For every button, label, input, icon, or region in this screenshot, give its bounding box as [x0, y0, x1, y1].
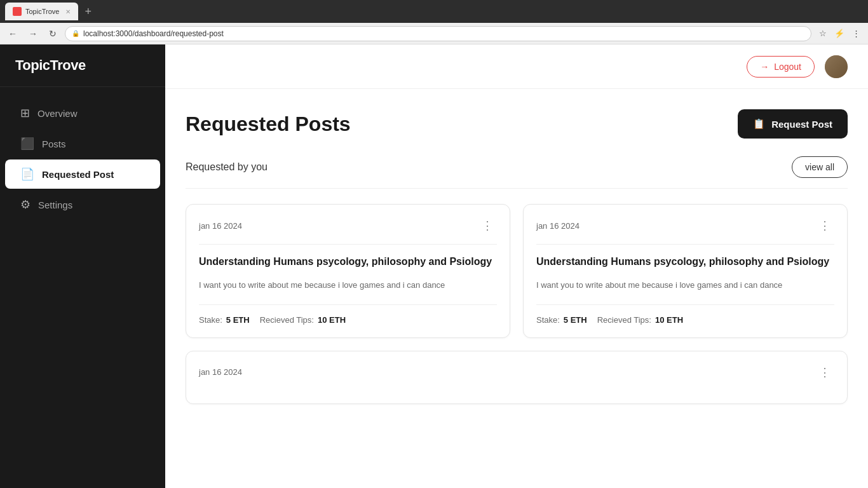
- post-card-partial: jan 16 2024 ⋮: [186, 351, 848, 404]
- browser-chrome: TopicTrove ✕ + ← → ↻ 🔒 localhost:3000/da…: [0, 0, 868, 44]
- card-title-1: Understanding Humans psycology, philosop…: [199, 255, 497, 269]
- extensions-button[interactable]: ⚡: [832, 27, 847, 39]
- requested-post-icon: 📄: [20, 167, 34, 181]
- card-stake-1: Stake: 5 ETH: [199, 315, 250, 325]
- card-divider-1: [199, 244, 497, 245]
- stake-label-1: Stake:: [199, 315, 222, 325]
- post-card-1: jan 16 2024 ⋮ Understanding Humans psyco…: [186, 204, 510, 338]
- card-footer-1: Stake: 5 ETH Recieved Tips: 10 ETH: [199, 304, 497, 325]
- sidebar-logo: TopicTrove: [0, 44, 165, 87]
- card-date-partial: jan 16 2024: [199, 367, 242, 377]
- page-header: Requested Posts 📋 Request Post: [186, 109, 848, 139]
- cards-grid: jan 16 2024 ⋮ Understanding Humans psyco…: [186, 204, 848, 338]
- sidebar-item-requested-post[interactable]: 📄 Requested Post: [5, 159, 160, 189]
- url-text: localhost:3000/dashboard/requested-post: [83, 29, 804, 38]
- main-header: → Logout: [165, 44, 868, 89]
- logout-button[interactable]: → Logout: [747, 56, 815, 78]
- sidebar-item-posts[interactable]: ⬛ Posts: [5, 129, 160, 158]
- active-tab[interactable]: TopicTrove ✕: [5, 3, 78, 20]
- new-tab-button[interactable]: +: [81, 5, 95, 18]
- card-header-1: jan 16 2024 ⋮: [199, 217, 497, 234]
- back-button[interactable]: ←: [5, 27, 20, 40]
- logout-icon: →: [760, 62, 769, 72]
- browser-tabs: TopicTrove ✕ +: [0, 0, 868, 23]
- sidebar-item-label: Posts: [42, 139, 66, 149]
- card-tips-1: Recieved Tips: 10 ETH: [260, 315, 346, 325]
- sidebar-nav: ⊞ Overview ⬛ Posts 📄 Requested Post ⚙ Se…: [0, 87, 165, 488]
- card-header-2: jan 16 2024 ⋮: [536, 217, 834, 234]
- overview-icon: ⊞: [20, 106, 30, 120]
- card-description-2: I want you to write about me because i l…: [536, 279, 834, 292]
- address-bar[interactable]: 🔒 localhost:3000/dashboard/requested-pos…: [65, 26, 811, 41]
- avatar: [825, 55, 848, 78]
- card-menu-button-2[interactable]: ⋮: [815, 217, 834, 234]
- main-content: → Logout Requested Posts 📋 Request Post …: [165, 44, 868, 488]
- menu-button[interactable]: ⋮: [850, 27, 863, 39]
- page-title: Requested Posts: [186, 112, 351, 136]
- card-footer-2: Stake: 5 ETH Recieved Tips: 10 ETH: [536, 304, 834, 325]
- view-all-label: view all: [805, 162, 834, 172]
- request-post-label: Request Post: [771, 119, 832, 130]
- stake-label-2: Stake:: [536, 315, 560, 325]
- card-menu-button-partial[interactable]: ⋮: [815, 364, 834, 381]
- tips-value-1: 10 ETH: [318, 315, 346, 325]
- tips-label-1: Recieved Tips:: [260, 315, 314, 325]
- forward-button[interactable]: →: [25, 27, 41, 40]
- browser-toolbar: ← → ↻ 🔒 localhost:3000/dashboard/request…: [0, 23, 868, 44]
- browser-actions: ☆ ⚡ ⋮: [817, 27, 863, 39]
- avatar-image: [825, 55, 848, 78]
- tips-label-2: Recieved Tips:: [597, 315, 651, 325]
- card-title-2: Understanding Humans psycology, philosop…: [536, 255, 834, 269]
- card-tips-2: Recieved Tips: 10 ETH: [597, 315, 683, 325]
- request-post-icon: 📋: [753, 118, 765, 130]
- sidebar: TopicTrove ⊞ Overview ⬛ Posts 📄 Requeste…: [0, 44, 165, 488]
- logout-label: Logout: [774, 62, 801, 72]
- section-title: Requested by you: [186, 161, 268, 173]
- reload-button[interactable]: ↻: [46, 27, 60, 40]
- stake-value-1: 5 ETH: [226, 315, 250, 325]
- card-date-2: jan 16 2024: [536, 221, 580, 231]
- sidebar-item-label: Settings: [38, 200, 72, 210]
- card-header-partial: jan 16 2024 ⋮: [199, 364, 834, 381]
- card-description-1: I want you to write about me because i l…: [199, 279, 497, 292]
- card-divider-2: [536, 244, 834, 245]
- card-date-1: jan 16 2024: [199, 221, 242, 231]
- sidebar-item-settings[interactable]: ⚙ Settings: [5, 190, 160, 219]
- sidebar-item-label: Overview: [37, 108, 78, 119]
- tips-value-2: 10 ETH: [655, 315, 683, 325]
- section-header: Requested by you view all: [186, 156, 848, 189]
- bookmark-button[interactable]: ☆: [817, 27, 829, 39]
- request-post-button[interactable]: 📋 Request Post: [738, 109, 848, 139]
- settings-icon: ⚙: [20, 198, 31, 212]
- post-card-2: jan 16 2024 ⋮ Understanding Humans psyco…: [523, 204, 848, 338]
- sidebar-item-overview[interactable]: ⊞ Overview: [5, 98, 160, 128]
- page-content: Requested Posts 📋 Request Post Requested…: [165, 89, 868, 424]
- view-all-button[interactable]: view all: [792, 156, 848, 178]
- card-stake-2: Stake: 5 ETH: [536, 315, 587, 325]
- posts-icon: ⬛: [20, 137, 34, 151]
- app-container: TopicTrove ⊞ Overview ⬛ Posts 📄 Requeste…: [0, 44, 868, 488]
- card-menu-button-1[interactable]: ⋮: [478, 217, 497, 234]
- sidebar-item-label: Requested Post: [42, 169, 114, 180]
- lock-icon: 🔒: [72, 30, 79, 37]
- stake-value-2: 5 ETH: [564, 315, 587, 325]
- logo-text: TopicTrove: [15, 57, 86, 73]
